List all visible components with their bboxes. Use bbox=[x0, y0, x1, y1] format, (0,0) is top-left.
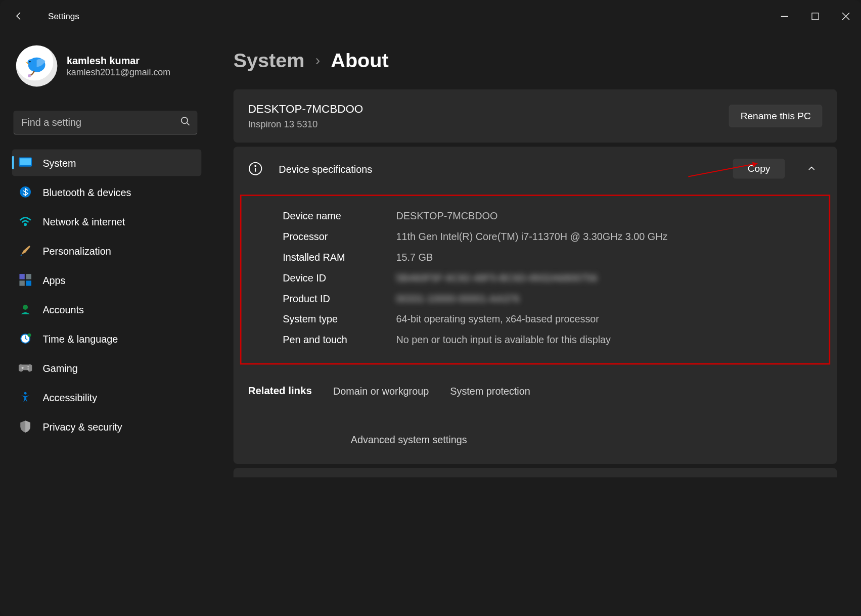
nav-label: Accounts bbox=[42, 304, 83, 315]
nav-label: Gaming bbox=[42, 362, 77, 373]
spec-value: 00331-10000-00001-AA376 bbox=[396, 293, 519, 304]
apps-icon bbox=[19, 273, 32, 287]
nav-accessibility[interactable]: Accessibility bbox=[12, 384, 202, 411]
spec-value: 15.7 GB bbox=[396, 251, 433, 262]
system-icon bbox=[19, 156, 32, 169]
gamepad-icon bbox=[19, 361, 32, 374]
profile-name: kamlesh kumar bbox=[67, 55, 170, 66]
minimize-button[interactable] bbox=[769, 4, 800, 28]
device-specs-box: Device nameDESKTOP-7MCBDOO Processor11th… bbox=[240, 195, 830, 364]
copy-button[interactable]: Copy bbox=[733, 159, 785, 179]
page-title: About bbox=[331, 50, 388, 72]
related-links: Related links Domain or workgroup System… bbox=[234, 371, 837, 464]
device-specs-title: Device specifications bbox=[279, 163, 717, 174]
spec-label: Pen and touch bbox=[283, 334, 396, 345]
profile-block[interactable]: kamlesh kumar kamlesh2011@gmail.com bbox=[12, 37, 202, 99]
breadcrumb: System › About bbox=[234, 50, 837, 72]
spec-value: No pen or touch input is available for t… bbox=[396, 334, 611, 345]
spec-label: Device name bbox=[283, 210, 396, 221]
related-label: Related links bbox=[248, 385, 312, 397]
close-button[interactable] bbox=[830, 4, 861, 28]
brush-icon bbox=[19, 244, 32, 257]
nav-label: Privacy & security bbox=[42, 421, 122, 432]
svg-point-20 bbox=[24, 392, 27, 395]
nav-label: Time & language bbox=[42, 333, 118, 344]
pc-card: DESKTOP-7MCBDOO Inspiron 13 5310 Rename … bbox=[234, 89, 837, 143]
link-protection[interactable]: System protection bbox=[450, 385, 530, 396]
svg-rect-13 bbox=[26, 280, 31, 286]
svg-point-14 bbox=[23, 305, 28, 310]
spec-label: Product ID bbox=[283, 293, 396, 304]
svg-point-5 bbox=[182, 117, 188, 123]
spec-value: 5B460F5F-6C82-48F5-BC6D-8932A6800756 bbox=[396, 272, 597, 283]
chevron-right-icon: › bbox=[315, 52, 321, 69]
svg-point-9 bbox=[25, 224, 26, 225]
pc-name: DESKTOP-7MCBDOO bbox=[248, 103, 364, 116]
search-icon bbox=[180, 116, 191, 129]
svg-point-18 bbox=[27, 366, 29, 368]
nav-label: Apps bbox=[42, 274, 65, 286]
spec-value: 64-bit operating system, x64-based proce… bbox=[396, 313, 599, 324]
link-advanced[interactable]: Advanced system settings bbox=[351, 434, 467, 445]
back-button[interactable] bbox=[6, 3, 32, 29]
chevron-up-icon[interactable] bbox=[801, 164, 822, 173]
spec-value: DESKTOP-7MCBDOO bbox=[396, 210, 497, 221]
nav-label: Personalization bbox=[42, 245, 111, 256]
profile-email: kamlesh2011@gmail.com bbox=[67, 67, 170, 77]
svg-rect-0 bbox=[811, 13, 818, 19]
spec-label: Processor bbox=[283, 230, 396, 242]
info-icon bbox=[248, 161, 263, 176]
app-title: Settings bbox=[48, 11, 79, 21]
nav-system[interactable]: System bbox=[12, 149, 202, 176]
nav-label: System bbox=[42, 157, 76, 168]
spec-label: System type bbox=[283, 313, 396, 324]
avatar bbox=[16, 45, 58, 87]
person-icon bbox=[19, 303, 32, 316]
device-specs-card: Device specifications Copy Device nameDE… bbox=[234, 147, 837, 464]
next-card-peek bbox=[234, 468, 837, 477]
svg-point-4 bbox=[28, 74, 31, 77]
bluetooth-icon bbox=[19, 185, 32, 199]
search-input[interactable] bbox=[13, 111, 197, 134]
svg-point-3 bbox=[29, 61, 31, 63]
link-domain[interactable]: Domain or workgroup bbox=[333, 385, 429, 396]
svg-point-19 bbox=[27, 368, 29, 370]
svg-rect-10 bbox=[19, 274, 25, 279]
nav-personalization[interactable]: Personalization bbox=[12, 238, 202, 264]
nav-gaming[interactable]: Gaming bbox=[12, 355, 202, 382]
svg-rect-12 bbox=[19, 280, 25, 286]
nav-label: Accessibility bbox=[42, 392, 97, 403]
nav-privacy[interactable]: Privacy & security bbox=[12, 413, 202, 440]
rename-pc-button[interactable]: Rename this PC bbox=[729, 105, 822, 127]
nav-label: Bluetooth & devices bbox=[42, 186, 131, 198]
spec-label: Device ID bbox=[283, 272, 396, 283]
maximize-button[interactable] bbox=[799, 4, 830, 28]
titlebar: Settings bbox=[0, 0, 861, 32]
sidebar: kamlesh kumar kamlesh2011@gmail.com Syst… bbox=[0, 32, 207, 615]
window-controls bbox=[769, 4, 861, 28]
svg-rect-7 bbox=[20, 158, 31, 165]
pc-model: Inspiron 13 5310 bbox=[248, 119, 364, 129]
nav-apps[interactable]: Apps bbox=[12, 267, 202, 294]
svg-rect-11 bbox=[26, 274, 31, 279]
accessibility-icon bbox=[19, 391, 32, 404]
nav-network[interactable]: Network & internet bbox=[12, 208, 202, 235]
search-container bbox=[13, 111, 197, 134]
nav-list: System Bluetooth & devices Network & int… bbox=[12, 149, 202, 440]
nav-accounts[interactable]: Accounts bbox=[12, 296, 202, 323]
nav-label: Network & internet bbox=[42, 216, 125, 227]
spec-label: Installed RAM bbox=[283, 251, 396, 262]
content-area: System › About DESKTOP-7MCBDOO Inspiron … bbox=[207, 32, 861, 615]
spec-value: 11th Gen Intel(R) Core(TM) i7-11370H @ 3… bbox=[396, 230, 667, 242]
wifi-icon bbox=[19, 215, 32, 228]
clock-icon bbox=[19, 332, 32, 345]
breadcrumb-parent[interactable]: System bbox=[234, 50, 305, 72]
device-specs-header[interactable]: Device specifications Copy bbox=[234, 147, 837, 191]
svg-point-17 bbox=[28, 334, 31, 337]
shield-icon bbox=[19, 420, 32, 433]
nav-bluetooth[interactable]: Bluetooth & devices bbox=[12, 178, 202, 205]
nav-time[interactable]: Time & language bbox=[12, 325, 202, 352]
svg-point-22 bbox=[255, 165, 256, 166]
